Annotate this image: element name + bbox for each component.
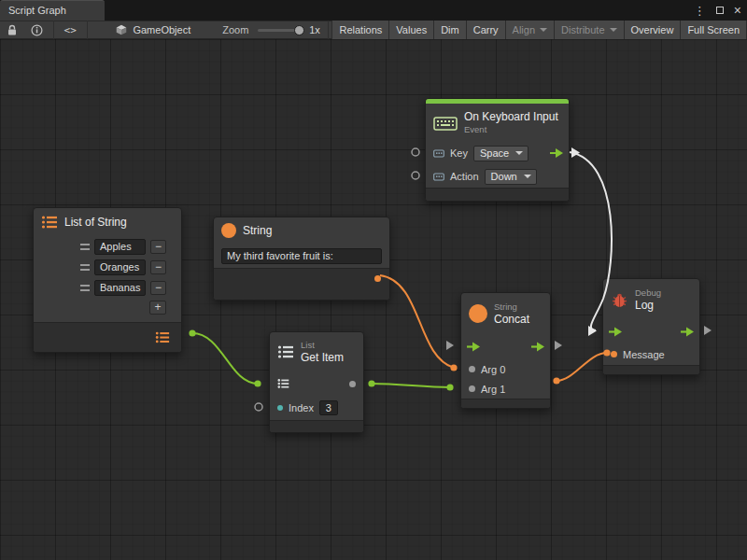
- keycode-icon: [433, 149, 444, 158]
- concat-output-port[interactable]: [553, 377, 559, 384]
- wire-endpoint[interactable]: [254, 380, 261, 386]
- list-input-port[interactable]: [277, 378, 289, 389]
- zoom-slider[interactable]: [258, 29, 302, 32]
- caret-down-icon: [540, 28, 547, 32]
- remove-item-button[interactable]: −: [150, 281, 166, 295]
- flow-row: [603, 320, 699, 343]
- add-item-button[interactable]: +: [149, 301, 166, 315]
- caret-down-icon: [515, 151, 523, 155]
- drag-handle-icon[interactable]: [80, 285, 90, 291]
- fullscreen-button[interactable]: Full Screen: [680, 21, 747, 39]
- flow-output-port[interactable]: [680, 327, 695, 337]
- list-item-row: Apples −: [34, 236, 181, 257]
- flow-port-triangle[interactable]: [446, 341, 454, 350]
- maximize-icon[interactable]: [716, 7, 724, 14]
- action-type-icon: [433, 173, 444, 181]
- string-value-row: My third favorite fruit is:: [214, 244, 389, 268]
- menu-icon[interactable]: ⋮: [694, 4, 706, 18]
- list-output-port[interactable]: [155, 330, 170, 344]
- index-port-circle[interactable]: [255, 403, 262, 411]
- flow-arrow-icon: [608, 327, 623, 337]
- dim-button[interactable]: Dim: [433, 21, 466, 39]
- wire-endpoint[interactable]: [189, 329, 195, 336]
- item-output-port[interactable]: [349, 381, 356, 387]
- flow-output-port[interactable]: [530, 342, 545, 352]
- align-label: Align: [513, 24, 535, 35]
- info-button[interactable]: [24, 21, 49, 38]
- align-dropdown[interactable]: Align: [505, 21, 554, 39]
- overview-button[interactable]: Overview: [624, 21, 681, 39]
- carry-button[interactable]: Carry: [466, 21, 505, 39]
- zoom-value: 1x: [309, 24, 320, 35]
- node-concat[interactable]: String Concat Arg 0 A: [460, 292, 551, 409]
- node-title: List of String: [64, 216, 127, 229]
- trigger-output-port[interactable]: [549, 148, 564, 159]
- index-field[interactable]: 3: [319, 400, 338, 415]
- tab-script-graph[interactable]: Script Graph: [0, 0, 105, 21]
- node-title: Get Item: [301, 351, 344, 364]
- cube-icon: [115, 23, 128, 36]
- string-icon: [469, 304, 487, 323]
- key-value: Space: [480, 147, 509, 159]
- node-get-item[interactable]: List Get Item Index 3: [269, 331, 364, 433]
- wire-endpoint[interactable]: [368, 380, 374, 386]
- flow-arrow-icon: [549, 148, 564, 159]
- wire-endpoint[interactable]: [450, 364, 457, 371]
- node-title: Concat: [494, 313, 529, 326]
- node-list-of-string[interactable]: List of String Apples − Oranges − Banana…: [33, 207, 182, 353]
- remove-item-button[interactable]: −: [150, 240, 166, 254]
- index-row: Index 3: [270, 396, 363, 420]
- titlebar: Script Graph ⋮ ×: [0, 0, 747, 21]
- node-footer: [270, 420, 363, 432]
- list-icon: [277, 344, 294, 359]
- node-debug-log[interactable]: Debug Log Message: [602, 278, 700, 375]
- relations-button[interactable]: Relations: [331, 21, 388, 39]
- window-controls: ⋮ ×: [694, 0, 741, 21]
- zoom-slider-knob[interactable]: [294, 25, 304, 35]
- distribute-dropdown[interactable]: Distribute: [554, 21, 623, 39]
- action-port-circle[interactable]: [412, 172, 419, 179]
- code-view-button[interactable]: <>: [58, 21, 83, 38]
- list-item-field[interactable]: Apples: [94, 239, 146, 255]
- flow-port-triangle[interactable]: [555, 341, 562, 350]
- zoom-label: Zoom: [222, 24, 248, 35]
- wire-list-to-getitem: [192, 333, 258, 384]
- remove-item-button[interactable]: −: [150, 260, 166, 274]
- flow-port-triangle[interactable]: [704, 326, 712, 335]
- list-icon: [41, 215, 58, 230]
- list-item-field[interactable]: Oranges: [94, 259, 146, 275]
- message-input-port[interactable]: [611, 351, 617, 357]
- values-button[interactable]: Values: [388, 21, 433, 39]
- string-output-port[interactable]: [374, 275, 381, 282]
- wire-string-to-concat: [380, 275, 454, 368]
- gameobject-selector[interactable]: GameObject: [115, 23, 190, 36]
- list-item-field[interactable]: Bananas: [94, 280, 146, 296]
- node-header: Debug Log: [603, 279, 699, 320]
- node-footer: [214, 268, 389, 300]
- list-item-row: Oranges −: [34, 257, 181, 277]
- flow-input-port[interactable]: [608, 327, 623, 337]
- key-dropdown[interactable]: Space: [473, 146, 529, 161]
- message-label: Message: [623, 349, 665, 360]
- node-on-keyboard-input[interactable]: On Keyboard Input Event Key Space: [425, 98, 570, 202]
- wire-endpoint[interactable]: [446, 384, 453, 390]
- node-footer: [461, 399, 550, 408]
- string-value-field[interactable]: My third favorite fruit is:: [221, 248, 382, 264]
- node-string-literal[interactable]: String My third favorite fruit is:: [213, 217, 390, 301]
- drag-handle-icon[interactable]: [80, 264, 90, 271]
- graph-canvas[interactable]: On Keyboard Input Event Key Space: [0, 39, 747, 560]
- lock-button[interactable]: [0, 21, 24, 38]
- add-item-row: +: [34, 298, 181, 316]
- distribute-label: Distribute: [561, 24, 604, 35]
- action-dropdown[interactable]: Down: [485, 169, 537, 185]
- index-label: Index: [289, 402, 314, 413]
- toolbar-separator: [53, 21, 54, 39]
- arg1-input-port[interactable]: [469, 385, 475, 392]
- arg0-input-port[interactable]: [469, 366, 475, 372]
- node-footer: [426, 188, 569, 201]
- flow-input-port[interactable]: [466, 342, 481, 352]
- index-input-port[interactable]: [277, 405, 283, 411]
- drag-handle-icon[interactable]: [80, 244, 90, 250]
- key-port-circle[interactable]: [412, 148, 419, 156]
- close-icon[interactable]: ×: [734, 3, 741, 18]
